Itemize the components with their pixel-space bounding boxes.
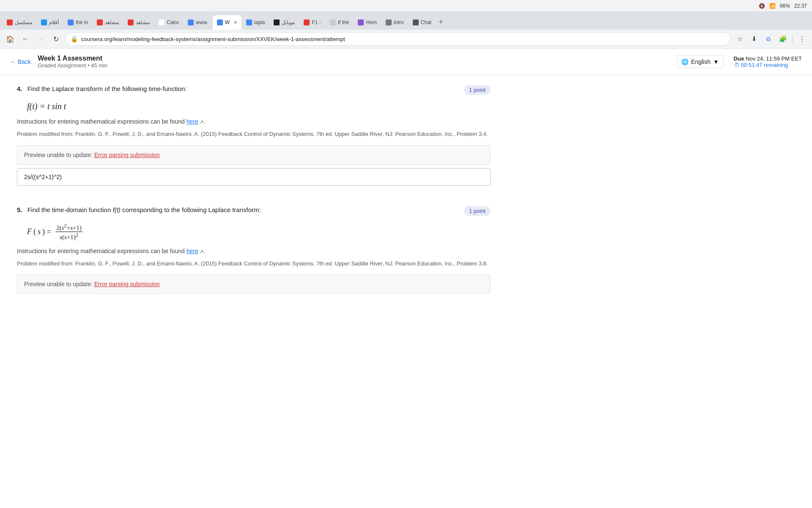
page-header-info: Week 1 Assessment Graded Assignment • 45… [38,55,670,69]
tab-label: the in [76,19,88,25]
tab-label: مشاهد [136,19,150,25]
question-4-prompt: Find the Laplace transform of the follow… [27,85,187,92]
question-5-block: 5. Find the time-domain function f(t) co… [17,206,491,294]
url-text: coursera.org/learn/modeling-feedback-sys… [81,36,725,42]
question-5-instructions: Instructions for entering mathematical e… [17,248,491,254]
tab-label: lapla [254,19,265,25]
tab-tab-2[interactable]: أفلام [37,15,63,30]
question-4-preview-prefix: Preview unable to update: [24,152,94,158]
tab-tab-5[interactable]: مشاهد [123,15,154,30]
question-4-math: f(t) = t sin t [27,102,491,111]
tab-favicon [41,19,47,25]
browser-chrome: مسلسلأفلامthe inمشاهدمشاهدCairowww.W✕lap… [0,12,812,49]
tab-label: موبايل [282,19,295,25]
tab-favicon [97,19,103,25]
question-4-instructions: Instructions for entering mathematical e… [17,118,491,125]
tab-tab-11[interactable]: F1 - [299,15,325,30]
page-title: Week 1 Assessment [38,55,670,62]
tab-label: Intro [394,19,404,25]
question-4-text: 4. Find the Laplace transform of the fol… [17,85,187,92]
menu-button[interactable]: ⋮ [796,33,808,45]
tab-tab-14[interactable]: Intro [381,15,408,30]
question-5-header: 5. Find the time-domain function f(t) co… [17,206,491,216]
question-5-math: F(s) = 2(s2+s+1) s(s+1)2 [27,223,491,241]
tab-tab-12[interactable]: If the [326,15,354,30]
due-info: Due Nov 24, 11:59 PM EET ⏱ 00:51:47 rema… [734,55,802,68]
tab-favicon [68,19,74,25]
tab-favicon [358,19,364,25]
tab-label: www. [196,19,208,25]
question-5-here-link[interactable]: here [187,248,198,254]
time-remaining: ⏱ 00:51:47 remaining [734,62,802,68]
time-remaining-value: 00:51:47 remaining [741,62,788,68]
question-4-header: 4. Find the Laplace transform of the fol… [17,85,491,95]
question-4-error-link[interactable]: Error parsing submission [94,152,160,158]
question-4-preview: Preview unable to update: Error parsing … [17,145,491,165]
back-button[interactable]: ← Back [10,58,31,65]
tab-tab-8[interactable]: W✕ [213,15,241,30]
page-header-right: 🌐 English ▼ Due Nov 24, 11:59 PM EET ⏱ 0… [677,55,802,68]
question-4-number: 4. [17,85,22,92]
tab-label: F1 - [312,19,321,25]
tab-tab-10[interactable]: موبايل [269,15,299,30]
question-5-error-link[interactable]: Error parsing submission [94,281,160,287]
question-5-math-inline: f(t) [112,206,120,213]
fraction-display: 2(s2+s+1) s(s+1)2 [55,223,82,241]
tab-favicon [386,19,392,25]
tab-label: Chat [421,19,431,25]
tab-bar: مسلسلأفلامthe inمشاهدمشاهدCairowww.W✕lap… [0,12,812,30]
question-4-here-link[interactable]: here [187,118,198,125]
chevron-down-icon: ▼ [713,58,719,65]
question-4-answer-input[interactable]: 2s/((s^2+1)^2) [17,168,491,186]
tab-favicon [330,19,336,25]
tab-close-button[interactable]: ✕ [233,20,237,25]
question-5-prompt-suffix: corresponding to the following Laplace t… [121,206,261,213]
tab-favicon [128,19,134,25]
tab-label: If the [338,19,349,25]
question-4-points: 1 point [464,85,491,95]
bookmark-button[interactable]: ☆ [734,33,746,45]
tab-tab-9[interactable]: lapla [242,15,269,30]
tab-label: مشاهد [105,19,119,25]
question-5-source: Problem modified from: Franklin, G. F., … [17,260,491,268]
download-button[interactable]: ⬇ [748,33,760,45]
reload-button[interactable]: ↻ [50,33,62,45]
tab-tab-7[interactable]: www. [184,15,212,30]
back-nav-button[interactable]: ← [19,33,31,45]
divider [792,35,793,43]
forward-nav-button[interactable]: → [35,33,47,45]
tab-tab-1[interactable]: مسلسل [3,15,36,30]
question-5-text: 5. Find the time-domain function f(t) co… [17,206,261,213]
tab-tab-4[interactable]: مشاهد [93,15,123,30]
external-link-icon-4: ↗ [198,119,203,124]
tab-tab-3[interactable]: the in [63,15,92,30]
language-selector[interactable]: 🌐 English ▼ [677,55,724,68]
globe-icon: 🌐 [681,58,689,65]
tab-label: Cairo [167,19,179,25]
tab-tab-6[interactable]: Cairo [154,15,183,30]
tab-tab-15[interactable]: Chat [409,15,436,30]
battery-level: 66% [780,3,790,9]
tab-label: Hom [366,19,376,25]
due-label: Due [734,55,744,62]
question-5-preview-prefix: Preview unable to update: [24,281,94,287]
address-bar[interactable]: 🔒 coursera.org/learn/modeling-feedback-s… [65,32,730,46]
address-bar-row: 🏠 ← → ↻ 🔒 coursera.org/learn/modeling-fe… [0,30,812,49]
tab-favicon [7,19,13,25]
security-icon: 🔒 [71,36,78,42]
tab-tab-13[interactable]: Hom [354,15,381,30]
language-label: English [691,58,710,65]
fraction-denominator: s(s+1)2 [59,232,79,241]
fraction-numerator: 2(s2+s+1) [55,223,82,232]
translate-button[interactable]: G [763,33,774,45]
tab-label: أفلام [49,19,59,25]
new-tab-button[interactable]: + [436,18,446,27]
question-5-prompt-prefix: Find the time-domain function [27,206,113,213]
extensions-button[interactable]: 🧩 [777,33,789,45]
system-bar: 🔇 📶 66% 22:37 [0,0,812,12]
question-5-points: 1 point [464,206,491,216]
home-button[interactable]: 🏠 [4,33,16,45]
system-time: 22:37 [794,3,807,9]
back-arrow-icon: ← [10,58,16,65]
tab-favicon [274,19,280,25]
